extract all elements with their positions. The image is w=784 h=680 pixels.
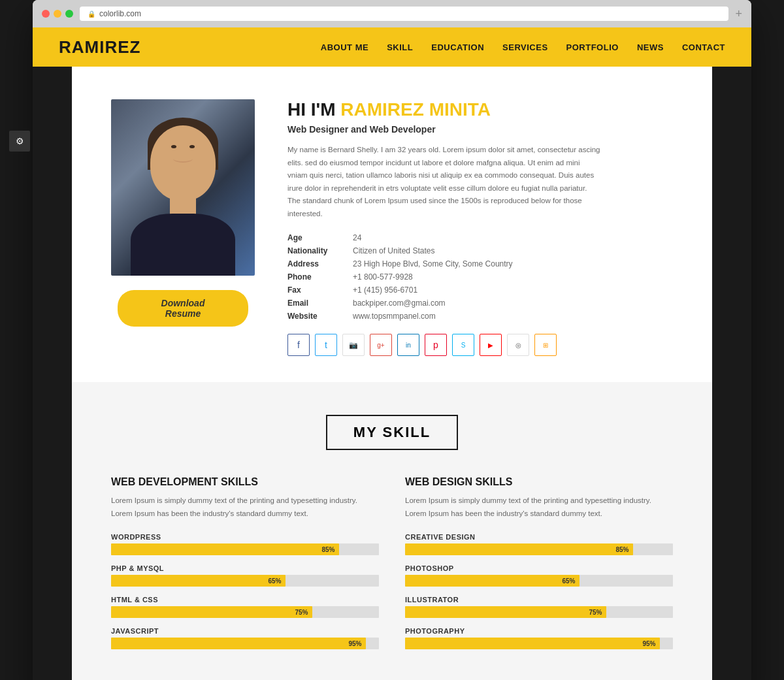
detail-website: Website www.topsmmpanel.com: [287, 312, 673, 321]
details-table: Age 24 Nationality Citizen of United Sta…: [287, 233, 673, 321]
skill-php-bar-bg: 65%: [111, 575, 379, 587]
skill-wordpress-percent: 85%: [321, 546, 335, 553]
instagram-icon[interactable]: 📷: [342, 334, 365, 356]
about-section: Download Resume HI I'M RAMIREZ MINITA We…: [111, 67, 673, 382]
skill-photography-label: PHOTOGRAPHY: [405, 627, 673, 635]
profile-photo: [111, 99, 255, 276]
label-nationality: Nationality: [287, 246, 340, 255]
google-plus-icon[interactable]: g+: [370, 334, 392, 356]
skill-photoshop-label: PHOTOSHOP: [405, 564, 673, 572]
nav-services[interactable]: SERVICES: [502, 42, 548, 52]
maximize-button[interactable]: [65, 10, 73, 18]
address-bar[interactable]: 🔒 colorlib.com: [80, 7, 728, 21]
skill-illustrator-label: ILLUSTRATOR: [405, 596, 673, 604]
linkedin-icon[interactable]: in: [397, 334, 419, 356]
subtitle: Web Designer and Web Developer: [287, 124, 673, 135]
web-dev-desc: Lorem Ipsum is simply dummy text of the …: [111, 494, 379, 520]
skill-php: PHP & MYSQL 65%: [111, 564, 379, 587]
new-tab-button[interactable]: +: [735, 7, 742, 21]
facebook-icon[interactable]: f: [287, 334, 310, 356]
brand-logo[interactable]: RAMIREZ: [59, 37, 140, 57]
skills-grid: WEB DEVELOPMENT SKILLS Lorem Ipsum is si…: [111, 476, 673, 658]
rss-icon[interactable]: ⊞: [534, 334, 557, 356]
label-email: Email: [287, 299, 340, 308]
skill-php-percent: 65%: [268, 577, 281, 585]
web-dev-skills-group: WEB DEVELOPMENT SKILLS Lorem Ipsum is si…: [111, 476, 379, 658]
skill-photoshop: PHOTOSHOP 65%: [405, 564, 673, 587]
nav-news[interactable]: NEWS: [637, 42, 664, 52]
skill-html-bar-fill: 75%: [111, 606, 312, 618]
nav-about-me[interactable]: ABOUT ME: [321, 42, 368, 52]
skill-creative-percent: 85%: [615, 546, 629, 553]
skill-creative-label: CREATIVE DESIGN: [405, 533, 673, 541]
pinterest-icon[interactable]: p: [425, 334, 447, 356]
detail-email: Email backpiper.com@gmai.com: [287, 299, 673, 308]
nav-skill[interactable]: SKILL: [387, 42, 413, 52]
nav-portfolio[interactable]: PORTFOLIO: [566, 42, 619, 52]
skill-javascript-bar-fill: 95%: [111, 638, 366, 649]
skill-photoshop-bar-fill: 65%: [405, 575, 580, 587]
web-icon[interactable]: ◎: [507, 334, 529, 356]
detail-age: Age 24: [287, 233, 673, 242]
url-text: colorlib.com: [99, 9, 141, 18]
value-address: 23 High Hope Blvd, Some City, Some Count…: [353, 259, 513, 268]
skill-photoshop-percent: 65%: [562, 577, 575, 585]
skill-javascript: JAVASCRIPT 95%: [111, 627, 379, 649]
bio-text: My name is Bernard Shelly. I am 32 years…: [287, 144, 601, 220]
skill-illustrator-percent: 75%: [589, 609, 602, 616]
skill-php-bar-fill: 65%: [111, 575, 286, 587]
detail-fax: Fax +1 (415) 956-6701: [287, 285, 673, 295]
detail-address: Address 23 High Hope Blvd, Some City, So…: [287, 259, 673, 268]
detail-nationality: Nationality Citizen of United States: [287, 246, 673, 255]
skill-wordpress: WORDPRESS 85%: [111, 533, 379, 555]
value-email: backpiper.com@gmai.com: [353, 299, 446, 308]
skill-html-bar-bg: 75%: [111, 606, 379, 618]
web-design-desc: Lorem Ipsum is simply dummy text of the …: [405, 494, 673, 520]
skill-javascript-label: JAVASCRIPT: [111, 627, 379, 635]
website-content: RAMIREZ ABOUT ME SKILL EDUCATION SERVICE…: [33, 27, 751, 680]
web-dev-title: WEB DEVELOPMENT SKILLS: [111, 476, 379, 488]
skill-html-label: HTML & CSS: [111, 596, 379, 604]
skill-javascript-percent: 95%: [348, 640, 361, 647]
section-title-wrapper: MY SKILL: [111, 415, 673, 450]
close-button[interactable]: [42, 10, 50, 18]
label-address: Address: [287, 259, 340, 268]
skills-section-title: MY SKILL: [326, 415, 458, 450]
download-resume-button[interactable]: Download Resume: [118, 290, 248, 327]
minimize-button[interactable]: [54, 10, 61, 18]
info-column: HI I'M RAMIREZ MINITA Web Designer and W…: [287, 99, 673, 356]
skill-html-percent: 75%: [295, 609, 308, 616]
skill-photography: PHOTOGRAPHY 95%: [405, 627, 673, 649]
skype-icon[interactable]: S: [452, 334, 474, 356]
social-icons: f t 📷 g+ in p S ▶ ◎ ⊞: [287, 334, 673, 356]
body-decoration: [131, 214, 235, 276]
nav-contact[interactable]: CONTACT: [682, 42, 725, 52]
label-fax: Fax: [287, 285, 340, 295]
skill-wordpress-bar-fill: 85%: [111, 543, 339, 555]
face-decoration: [150, 125, 216, 201]
skill-html: HTML & CSS 75%: [111, 596, 379, 618]
value-fax: +1 (415) 956-6701: [353, 285, 417, 295]
skill-creative-bar-fill: 85%: [405, 543, 633, 555]
value-phone: +1 800-577-9928: [353, 272, 413, 282]
skill-javascript-bar-bg: 95%: [111, 638, 379, 649]
skill-photography-percent: 95%: [642, 640, 655, 647]
web-design-title: WEB DESIGN SKILLS: [405, 476, 673, 488]
skill-illustrator-bar-bg: 75%: [405, 606, 673, 618]
skill-photography-bar-bg: 95%: [405, 638, 673, 649]
detail-phone: Phone +1 800-577-9928: [287, 272, 673, 282]
value-nationality: Citizen of United States: [353, 246, 434, 255]
greeting-name: RAMIREZ MINITA: [340, 99, 491, 120]
label-website: Website: [287, 312, 340, 321]
youtube-icon[interactable]: ▶: [480, 334, 502, 356]
skill-photoshop-bar-bg: 65%: [405, 575, 673, 587]
nav-education[interactable]: EDUCATION: [431, 42, 484, 52]
skill-illustrator-bar-fill: 75%: [405, 606, 606, 618]
skills-section: MY SKILL WEB DEVELOPMENT SKILLS Lorem Ip…: [72, 382, 712, 680]
twitter-icon[interactable]: t: [315, 334, 337, 356]
web-design-skills-group: WEB DESIGN SKILLS Lorem Ipsum is simply …: [405, 476, 673, 658]
skill-wordpress-label: WORDPRESS: [111, 533, 379, 541]
skill-illustrator: ILLUSTRATOR 75%: [405, 596, 673, 618]
lock-icon: 🔒: [88, 10, 95, 18]
label-age: Age: [287, 233, 340, 242]
